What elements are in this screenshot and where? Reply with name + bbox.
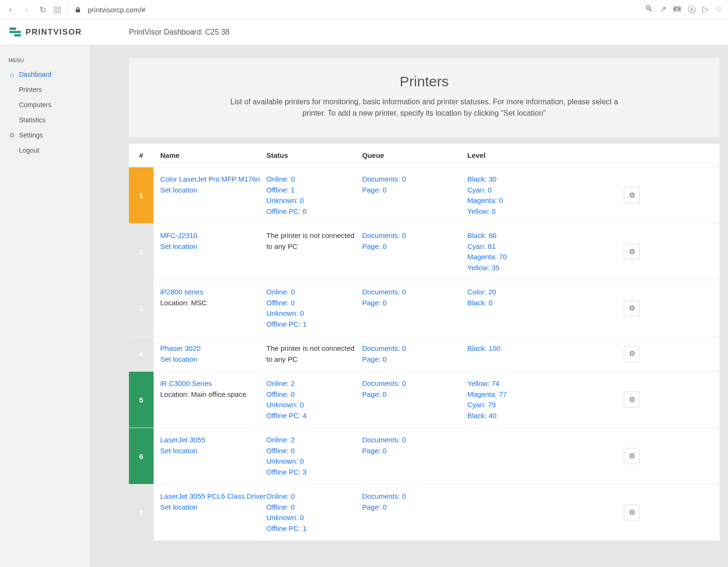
cell-status-line[interactable]: Offline: 1 xyxy=(266,185,362,196)
cell-status-line[interactable]: Offline: 0 xyxy=(266,446,362,457)
cell-status-line[interactable]: Online: 0 xyxy=(266,174,362,185)
menu-label: MENU xyxy=(0,54,90,67)
cell-level-line[interactable]: Cyan: 79 xyxy=(467,400,554,411)
zoom-icon[interactable]: 🔍︎ xyxy=(645,4,653,15)
printer-name-link[interactable]: MFC-J2310 xyxy=(160,230,266,241)
cell-queue: Documents: 0Page: 0 xyxy=(362,167,467,223)
screenshot-icon[interactable]: 📷︎ xyxy=(673,4,681,15)
table-header: # Name Status Queue Level xyxy=(129,144,719,167)
forward-button[interactable]: › xyxy=(22,5,31,15)
cell-status-line[interactable]: Unknown: 0 xyxy=(266,308,362,319)
heart-icon[interactable]: ♡ xyxy=(715,4,722,15)
sidebar-item-settings[interactable]: ⚙Settings xyxy=(0,128,90,143)
cell-level-line[interactable]: Magenta: 0 xyxy=(467,195,554,206)
row-settings-button[interactable]: ⚙ xyxy=(624,392,640,408)
gear-icon: ⚙ xyxy=(629,190,635,201)
cell-queue-line[interactable]: Page: 0 xyxy=(362,241,467,252)
cell-status-line[interactable]: Offline: 0 xyxy=(266,389,362,400)
row-settings-button[interactable]: ⚙ xyxy=(624,300,640,316)
sidebar-item-statistics[interactable]: Statistics xyxy=(0,112,90,128)
cell-status-line[interactable]: Offline: 0 xyxy=(266,298,362,309)
gear-icon: ⚙ xyxy=(9,131,15,139)
set-location-link[interactable]: Set location xyxy=(160,446,266,457)
cell-name: Phaser 3020Set location xyxy=(154,337,266,371)
cell-queue-line[interactable]: Documents: 0 xyxy=(362,435,467,446)
address-bar[interactable]: printvisorcp.com/# xyxy=(88,6,638,14)
printer-name-link[interactable]: Phaser 3020 xyxy=(160,343,266,354)
cell-level: Black: 66Cyan: 81Magenta: 70Yellow: 35 xyxy=(467,224,554,280)
cell-level-line[interactable]: Yellow: 0 xyxy=(467,206,554,217)
cell-level-line[interactable]: Magenta: 70 xyxy=(467,252,554,263)
cell-queue-line[interactable]: Page: 0 xyxy=(362,502,467,513)
cell-level-line[interactable]: Cyan: 81 xyxy=(467,241,554,252)
back-button[interactable]: ‹ xyxy=(6,5,15,15)
cell-queue-line[interactable]: Page: 0 xyxy=(362,298,467,309)
cell-status-line[interactable]: Offline PC: 3 xyxy=(266,467,362,478)
cell-queue-line[interactable]: Documents: 0 xyxy=(362,230,467,241)
cell-queue-line[interactable]: Page: 0 xyxy=(362,389,467,400)
cell-queue-line[interactable]: Documents: 0 xyxy=(362,491,467,502)
sidebar-item-dashboard[interactable]: ⌂Dashboard xyxy=(0,67,90,82)
printer-name-link[interactable]: Color LaserJet Pro MFP M176n xyxy=(160,174,266,185)
cell-name: Color LaserJet Pro MFP M176nSet location xyxy=(154,167,266,223)
cell-status-line[interactable]: Online: 0 xyxy=(266,287,362,298)
cell-status-line[interactable]: Offline PC: 4 xyxy=(266,411,362,421)
sidebar-item-logout[interactable]: Logout xyxy=(0,143,90,158)
reload-button[interactable]: ↻ xyxy=(38,5,47,15)
share-icon[interactable]: ↗ xyxy=(660,4,666,15)
sidebar: MENU ⌂DashboardPrintersComputersStatisti… xyxy=(0,45,90,567)
cell-status-line[interactable]: Online: 0 xyxy=(266,491,362,502)
cell-level-line[interactable]: Yellow: 35 xyxy=(467,263,554,274)
printer-name-link[interactable]: iP2800 series xyxy=(160,287,266,298)
cell-level-line[interactable]: Black: 40 xyxy=(467,411,554,421)
cell-status-line[interactable]: Unknown: 0 xyxy=(266,400,362,411)
cell-level-line[interactable]: Yellow: 74 xyxy=(467,378,554,389)
sidebar-item-computers[interactable]: Computers xyxy=(0,97,90,112)
cell-level xyxy=(467,428,554,484)
cell-queue-line[interactable]: Documents: 0 xyxy=(362,174,467,185)
printer-name-link[interactable]: iR C3000 Series xyxy=(160,378,266,389)
row-settings-button[interactable]: ⚙ xyxy=(624,448,640,464)
cell-status-line[interactable]: Offline PC: 0 xyxy=(266,206,362,217)
set-location-link[interactable]: Set location xyxy=(160,241,266,252)
cell-queue-line[interactable]: Documents: 0 xyxy=(362,343,467,354)
cell-level-line[interactable]: Black: 66 xyxy=(467,230,554,241)
row-settings-button[interactable]: ⚙ xyxy=(624,346,640,362)
apps-icon[interactable] xyxy=(54,7,61,13)
row-settings-button[interactable]: ⚙ xyxy=(624,187,640,203)
cell-status-line[interactable]: Offline PC: 1 xyxy=(266,523,362,534)
cell-level-line[interactable]: Black: 100 xyxy=(467,343,554,354)
cell-status-line[interactable]: Unknown: 0 xyxy=(266,456,362,467)
cell-queue-line[interactable]: Documents: 0 xyxy=(362,378,467,389)
send-icon[interactable]: ▷ xyxy=(702,4,709,15)
cell-queue-line[interactable]: Page: 0 xyxy=(362,446,467,457)
cell-status-line[interactable]: Unknown: 0 xyxy=(266,195,362,206)
cell-status-line[interactable]: Offline PC: 1 xyxy=(266,319,362,330)
cell-queue-line[interactable]: Page: 0 xyxy=(362,354,467,365)
gear-icon: ⚙ xyxy=(629,303,635,314)
cell-queue-line[interactable]: Documents: 0 xyxy=(362,287,467,298)
cell-status-line[interactable]: Online: 2 xyxy=(266,435,362,446)
set-location-link[interactable]: Set location xyxy=(160,354,266,365)
cell-queue-line[interactable]: Page: 0 xyxy=(362,185,467,196)
col-actions xyxy=(554,151,719,159)
cell-level-line[interactable]: Black: 30 xyxy=(467,174,554,185)
cell-status-line[interactable]: Online: 2 xyxy=(266,378,362,389)
cell-status-line[interactable]: Offline: 0 xyxy=(266,502,362,513)
row-settings-button[interactable]: ⚙ xyxy=(624,244,640,260)
printer-name-link[interactable]: LaserJet 3055 xyxy=(160,435,266,446)
cell-status-line[interactable]: Unknown: 0 xyxy=(266,512,362,523)
set-location-link[interactable]: Set location xyxy=(160,502,266,513)
cell-level-line[interactable]: Cyan: 0 xyxy=(467,185,554,196)
col-name: Name xyxy=(154,151,266,159)
row-settings-button[interactable]: ⚙ xyxy=(624,504,640,521)
cell-level-line[interactable]: Color: 20 xyxy=(467,287,554,298)
logo[interactable]: PRINTVISOR xyxy=(9,27,123,37)
printer-name-link[interactable]: LaserJet 3055 PCL6 Class Driver xyxy=(160,491,266,502)
hero-subtitle: List of available printers for monitorin… xyxy=(223,96,626,119)
set-location-link[interactable]: Set location xyxy=(160,185,266,196)
cell-level-line[interactable]: Magenta: 77 xyxy=(467,389,554,400)
cell-level-line[interactable]: Black: 0 xyxy=(467,298,554,309)
sidebar-item-printers[interactable]: Printers xyxy=(0,82,90,97)
block-icon[interactable]: ⓧ xyxy=(688,4,696,15)
